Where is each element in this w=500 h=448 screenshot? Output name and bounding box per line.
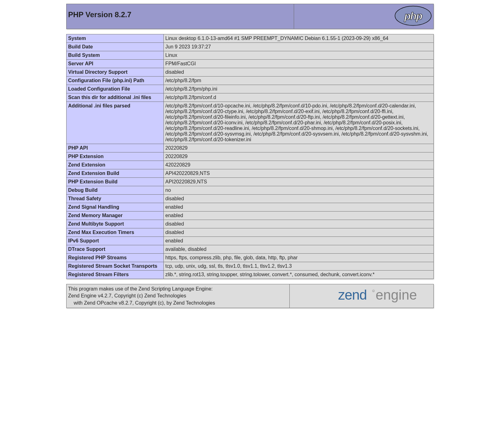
table-row: Additional .ini files parsed/etc/php/8.2…	[67, 102, 434, 144]
row-value: API20220829,NTS	[164, 178, 434, 186]
footer-table: This program makes use of the Zend Scrip…	[66, 284, 434, 308]
row-value: zlib.*, string.rot13, string.toupper, st…	[164, 271, 434, 279]
row-label: Virtual Directory Support	[67, 68, 164, 77]
table-row: Server APIFPM/FastCGI	[67, 60, 434, 68]
table-row: PHP API20220829	[67, 144, 434, 152]
row-label: Zend Extension Build	[67, 169, 164, 178]
footer-line-3: with Zend OPcache v8.2.7, Copyright (c),…	[68, 300, 215, 306]
svg-text:engine: engine	[376, 287, 417, 302]
row-label: DTrace Support	[67, 245, 164, 254]
table-row: Registered Stream Socket Transportstcp, …	[67, 262, 434, 271]
table-row: Zend Extension BuildAPI420220829,NTS	[67, 169, 434, 178]
table-row: DTrace Supportavailable, disabled	[67, 245, 434, 254]
row-label: PHP Extension Build	[67, 178, 164, 186]
footer-line-2: Zend Engine v4.2.7, Copyright (c) Zend T…	[68, 293, 186, 298]
page-title: PHP Version 8.2.7	[68, 10, 292, 19]
row-label: Zend Max Execution Timers	[67, 228, 164, 237]
row-value: /etc/php/8.2/fpm	[164, 77, 434, 85]
row-value: disabled	[164, 220, 434, 228]
table-row: Debug Buildno	[67, 186, 434, 195]
row-label: Registered Stream Filters	[67, 271, 164, 279]
svg-text:php: php	[404, 10, 422, 22]
table-row: Build SystemLinux	[67, 51, 434, 60]
table-row: Build DateJun 9 2023 19:37:27	[67, 43, 434, 51]
table-row: Thread Safetydisabled	[67, 195, 434, 203]
row-value: available, disabled	[164, 245, 434, 254]
row-label: Zend Signal Handling	[67, 203, 164, 212]
table-row: Registered PHP Streamshttps, ftps, compr…	[67, 254, 434, 262]
row-label: PHP API	[67, 144, 164, 152]
row-value: disabled	[164, 228, 434, 237]
table-row: Configuration File (php.ini) Path/etc/ph…	[67, 77, 434, 85]
header-table: PHP Version 8.2.7 php	[66, 4, 434, 29]
row-value: disabled	[164, 195, 434, 203]
row-value: Jun 9 2023 19:37:27	[164, 43, 434, 51]
table-row: Loaded Configuration File/etc/php/8.2/fp…	[67, 85, 434, 93]
row-value: 420220829	[164, 161, 434, 169]
row-value: https, ftps, compress.zlib, php, file, g…	[164, 254, 434, 262]
row-label: Loaded Configuration File	[67, 85, 164, 93]
table-row: Zend Memory Managerenabled	[67, 212, 434, 220]
table-row: Zend Max Execution Timersdisabled	[67, 228, 434, 237]
table-row: Virtual Directory Supportdisabled	[67, 68, 434, 77]
row-value: enabled	[164, 237, 434, 245]
table-row: Zend Extension420220829	[67, 161, 434, 169]
row-value: 20220829	[164, 144, 434, 152]
row-label: IPv6 Support	[67, 237, 164, 245]
row-label: Server API	[67, 60, 164, 68]
row-label: Build Date	[67, 43, 164, 51]
row-value: no	[164, 186, 434, 195]
table-row: Zend Multibyte Supportdisabled	[67, 220, 434, 228]
row-value: FPM/FastCGI	[164, 60, 434, 68]
footer-line-1: This program makes use of the Zend Scrip…	[68, 286, 213, 291]
row-value: disabled	[164, 68, 434, 77]
row-label: PHP Extension	[67, 152, 164, 161]
table-row: Registered Stream Filterszlib.*, string.…	[67, 271, 434, 279]
zend-engine-logo-icon: zend R engine	[338, 299, 432, 305]
table-row: SystemLinux desktop 6.1.0-13-amd64 #1 SM…	[67, 34, 434, 43]
row-value: enabled	[164, 212, 434, 220]
table-row: PHP Extension BuildAPI20220829,NTS	[67, 178, 434, 186]
row-label: Registered PHP Streams	[67, 254, 164, 262]
info-table: SystemLinux desktop 6.1.0-13-amd64 #1 SM…	[66, 34, 434, 279]
svg-text:R: R	[373, 290, 374, 292]
row-value: /etc/php/8.2/fpm/php.ini	[164, 85, 434, 93]
row-label: Build System	[67, 51, 164, 60]
row-label: Zend Extension	[67, 161, 164, 169]
php-logo-icon: php	[394, 22, 432, 27]
table-row: PHP Extension20220829	[67, 152, 434, 161]
row-label: Scan this dir for additional .ini files	[67, 93, 164, 102]
row-label: Zend Multibyte Support	[67, 220, 164, 228]
table-row: Scan this dir for additional .ini files/…	[67, 93, 434, 102]
row-value: enabled	[164, 203, 434, 212]
row-label: System	[67, 34, 164, 43]
table-row: IPv6 Supportenabled	[67, 237, 434, 245]
row-label: Zend Memory Manager	[67, 212, 164, 220]
row-label: Additional .ini files parsed	[67, 102, 164, 144]
table-row: Zend Signal Handlingenabled	[67, 203, 434, 212]
row-value: Linux desktop 6.1.0-13-amd64 #1 SMP PREE…	[164, 34, 434, 43]
row-value: Linux	[164, 51, 434, 60]
row-label: Debug Build	[67, 186, 164, 195]
row-value: tcp, udp, unix, udg, ssl, tls, tlsv1.0, …	[164, 262, 434, 271]
row-value: /etc/php/8.2/fpm/conf.d	[164, 93, 434, 102]
row-label: Thread Safety	[67, 195, 164, 203]
row-value: 20220829	[164, 152, 434, 161]
row-value: /etc/php/8.2/fpm/conf.d/10-opcache.ini, …	[164, 102, 434, 144]
svg-text:zend: zend	[338, 287, 367, 302]
row-value: API420220829,NTS	[164, 169, 434, 178]
row-label: Configuration File (php.ini) Path	[67, 77, 164, 85]
row-label: Registered Stream Socket Transports	[67, 262, 164, 271]
